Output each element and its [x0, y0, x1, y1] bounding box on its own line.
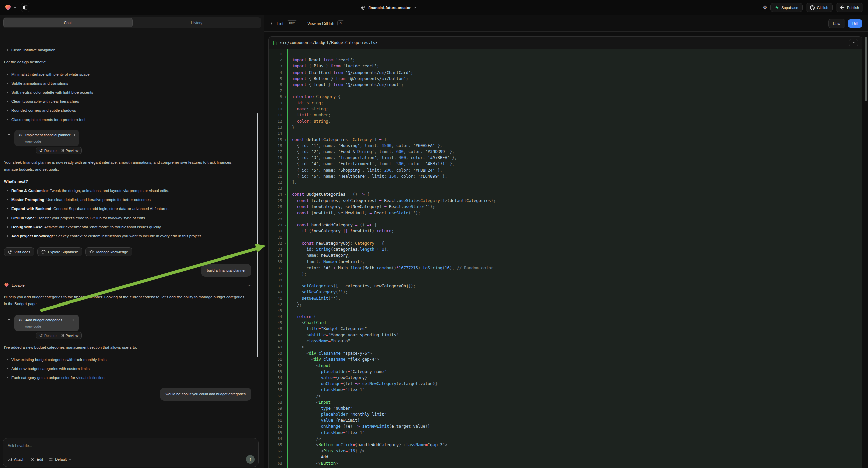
line-number: 25: [269, 198, 287, 204]
send-button[interactable]: ↑: [246, 455, 255, 464]
line-number: 65: [269, 442, 287, 448]
code-text: color: string;: [287, 118, 862, 124]
bookmark-icon[interactable]: [7, 319, 11, 331]
code-line: 8∨interface Category {: [269, 94, 862, 100]
chevron-down-icon[interactable]: [14, 6, 17, 9]
supabase-button[interactable]: Supabase: [770, 3, 803, 12]
code-text: className="flex-1": [287, 430, 862, 436]
code-text: <div className="flex gap-4">: [287, 356, 862, 362]
toggle-sidebar-button[interactable]: [21, 3, 30, 12]
fold-chevron-icon[interactable]: ∨: [285, 241, 286, 247]
bullet-item: Each category gets a unique color for vi…: [4, 375, 254, 380]
chat-transcript[interactable]: Clean, intuitive navigationFor the desig…: [0, 43, 264, 437]
model-default-dropdown[interactable]: Default: [49, 457, 71, 462]
fold-chevron-icon[interactable]: ∨: [285, 222, 286, 228]
chat-paragraph: I've added a new budget categories manag…: [4, 344, 247, 351]
code-text: onChange={(e) => setNewCategory(e.target…: [287, 381, 862, 387]
code-text: };: [287, 301, 862, 308]
line-number: 12: [269, 118, 287, 124]
bullet-item: Subtle animations and transitions: [4, 81, 254, 86]
attach-button[interactable]: Attach: [8, 457, 25, 462]
raw-toggle-button[interactable]: Raw: [829, 19, 845, 28]
line-number: 21: [269, 173, 287, 179]
version-card[interactable]: <> Add budget categories View code ↺Rest…: [14, 315, 79, 331]
code-scrollbar[interactable]: [865, 37, 867, 101]
code-line: 64 />: [269, 436, 862, 442]
code-text: };: [287, 271, 862, 277]
chevron-right-icon[interactable]: [71, 318, 75, 322]
back-chevron-icon[interactable]: [270, 22, 274, 26]
tab-history[interactable]: History: [132, 18, 261, 27]
line-number: 35: [269, 259, 287, 265]
view-on-github-link[interactable]: View on GitHub: [307, 22, 334, 26]
preview-icon: [60, 334, 64, 338]
code-line: 68 </Button>: [269, 460, 862, 466]
edit-mode-button[interactable]: Edit: [30, 457, 43, 462]
line-number: 36: [269, 265, 287, 271]
file-header[interactable]: src/components/budget/BudgetCategories.t…: [269, 37, 862, 49]
chat-paragraph: I'll help you add budget categories to t…: [4, 294, 247, 307]
supabase-bolt-icon: [775, 5, 779, 10]
chat-input[interactable]: [8, 443, 254, 447]
line-number: 8: [269, 94, 287, 100]
chip-visit-docs[interactable]: Visit docs: [4, 247, 34, 257]
restore-button[interactable]: ↺Restore: [39, 149, 57, 153]
exit-button[interactable]: Exit: [277, 22, 283, 26]
collapse-file-button[interactable]: [849, 39, 858, 46]
code-line: 45 <ChartCard: [269, 320, 862, 326]
code-text: value={newLimit}: [287, 417, 862, 423]
fold-chevron-icon[interactable]: ∨: [285, 137, 286, 143]
code-line: 3import { Plus } from 'lucide-react';: [269, 63, 862, 69]
code-text: name: string;: [287, 106, 862, 112]
fold-chevron-icon[interactable]: ∨: [285, 192, 286, 198]
version-card[interactable]: <> Implement financial planner View code…: [14, 129, 79, 146]
code-line: 24∨const BudgetCategories = () => {: [269, 192, 862, 197]
chip-explore-supabase[interactable]: Explore Supabase: [37, 247, 82, 257]
tab-chat[interactable]: Chat: [3, 18, 132, 27]
preview-button[interactable]: Preview: [60, 149, 78, 153]
code-line: 44 return (: [269, 314, 862, 320]
settings-gear-icon[interactable]: ⚙: [763, 5, 767, 10]
file-path: src/components/budget/BudgetCategories.t…: [280, 40, 378, 45]
code-line: 62 onChange={(e) => setNewLimit(e.target…: [269, 423, 862, 429]
chevron-down-icon: [413, 6, 416, 9]
code-line: 5import { Button } from '@/components/ui…: [269, 76, 862, 82]
line-number: 62: [269, 423, 287, 429]
code-text: [287, 234, 862, 240]
lovable-logo-heart-icon[interactable]: [5, 4, 11, 11]
code-text: [287, 216, 862, 222]
bullet-item: Clean, intuitive navigation: [4, 47, 254, 53]
preview-button[interactable]: Preview: [60, 334, 78, 338]
code-line: 10 name: string;: [269, 106, 862, 112]
view-code-link[interactable]: View code: [25, 139, 75, 143]
bullet-list: Minimalist interface with plenty of whit…: [4, 71, 254, 122]
code-diff-view[interactable]: 12import React from 'react';3import { Pl…: [269, 49, 862, 468]
code-line: 34 name: newCategory,: [269, 253, 862, 259]
code-text: name: newCategory,: [287, 253, 862, 259]
bookmark-icon[interactable]: [7, 134, 11, 146]
version-actions: ↺Restore Preview: [36, 147, 82, 154]
fold-chevron-icon[interactable]: ∨: [285, 94, 286, 100]
bullet-item: View existing budget categories with the…: [4, 357, 254, 362]
chat-heading: What's next?: [4, 179, 254, 183]
github-button[interactable]: GitHub: [806, 3, 833, 12]
line-number: 49: [269, 344, 287, 350]
view-code-link[interactable]: View code: [25, 324, 75, 328]
diff-toggle-button[interactable]: Diff: [848, 20, 862, 28]
code-text: import { Input } from '@/components/ui/i…: [287, 82, 862, 88]
project-switcher[interactable]: financial-future-creator: [361, 0, 416, 16]
line-number: 4: [269, 69, 287, 76]
line-number: 15: [269, 137, 287, 143]
line-number: 33: [269, 246, 287, 253]
chip-manage-knowledge[interactable]: Manage knowledge: [85, 247, 132, 257]
message-menu-icon[interactable]: ⋯: [247, 283, 252, 288]
publish-button[interactable]: Publish: [836, 3, 863, 12]
line-number: 59: [269, 405, 287, 411]
code-line: 30 if (!newCategory || !newLimit) return…: [269, 228, 862, 234]
chat-scrollbar[interactable]: [257, 114, 258, 357]
restore-button[interactable]: ↺Restore: [39, 334, 57, 338]
chevron-right-icon[interactable]: [73, 133, 76, 137]
line-number: 26: [269, 204, 287, 210]
line-number: 18: [269, 155, 287, 161]
line-number: 44: [269, 314, 287, 320]
